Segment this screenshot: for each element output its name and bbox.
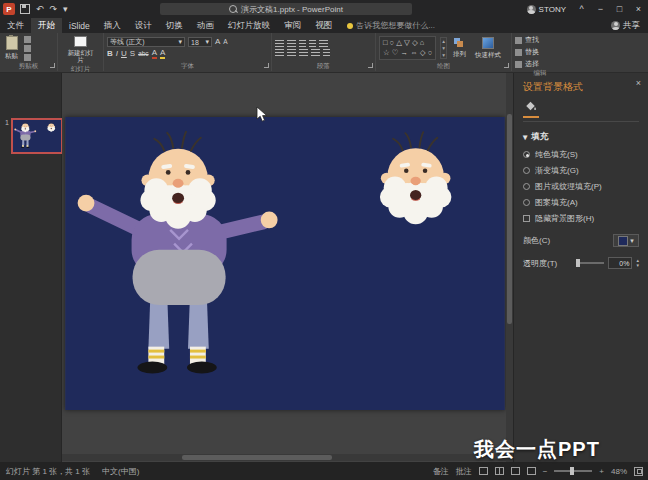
tell-me-box[interactable]: 告诉我您想要做什么... xyxy=(339,18,443,33)
slideshow-view-icon[interactable] xyxy=(527,467,536,475)
quick-styles-button[interactable]: 快速样式 xyxy=(472,36,504,59)
gallery-down-icon[interactable]: ▾ xyxy=(442,45,445,51)
color-picker-button[interactable]: ▾ xyxy=(613,234,639,247)
arrange-button[interactable]: 排列 xyxy=(451,37,468,58)
ribbon-display-options-icon[interactable]: ^ xyxy=(572,0,591,18)
gallery-up-icon[interactable]: ▴ xyxy=(442,38,445,44)
option-hide-background[interactable]: 隐藏背景图形(H) xyxy=(523,213,639,224)
transparency-slider-thumb[interactable] xyxy=(576,259,580,267)
maximize-button[interactable]: □ xyxy=(610,0,629,18)
vertical-scrollbar-thumb[interactable] xyxy=(507,114,512,324)
slide-area[interactable] xyxy=(65,117,505,410)
align-right-icon[interactable] xyxy=(299,49,308,56)
increase-indent-icon[interactable] xyxy=(309,40,316,47)
align-left-icon[interactable] xyxy=(275,49,284,56)
vertical-scrollbar[interactable] xyxy=(506,72,513,462)
cut-icon[interactable] xyxy=(24,36,31,43)
font-dialog-launcher-icon[interactable] xyxy=(264,63,269,68)
select-icon xyxy=(515,61,522,68)
spin-down-icon[interactable]: ▾ xyxy=(636,263,639,268)
fill-tab[interactable] xyxy=(523,100,539,118)
option-gradient-fill[interactable]: 渐变填充(G) xyxy=(523,165,639,176)
notes-toggle[interactable]: 备注 xyxy=(433,466,449,477)
account-chip[interactable]: STONY xyxy=(527,5,566,14)
zoom-in-icon[interactable]: + xyxy=(599,467,604,476)
tab-review[interactable]: 审阅 xyxy=(277,18,308,33)
close-button[interactable]: × xyxy=(629,0,648,18)
body-area: 1 设置背景格式 × xyxy=(0,72,648,462)
columns-icon[interactable] xyxy=(323,49,330,56)
highlight-color-button[interactable]: A xyxy=(160,49,165,59)
tab-home[interactable]: 开始 xyxy=(31,18,62,33)
strikethrough-button[interactable]: abc xyxy=(138,51,148,58)
option-hide-background-label: 隐藏背景图形(H) xyxy=(535,213,594,224)
font-size-select[interactable]: 18 ▾ xyxy=(188,37,212,47)
zoom-level[interactable]: 48% xyxy=(611,467,627,476)
slide-canvas[interactable] xyxy=(65,117,505,410)
grow-font-icon[interactable]: A xyxy=(215,38,220,46)
undo-icon[interactable]: ↶ xyxy=(36,5,44,14)
transparency-value-input[interactable]: 0% xyxy=(608,257,632,269)
old-man-scene[interactable] xyxy=(65,117,505,410)
find-button[interactable]: 查找 xyxy=(515,35,539,45)
replace-button[interactable]: 替换 xyxy=(515,47,539,57)
reading-view-icon[interactable] xyxy=(511,467,520,475)
tab-animations[interactable]: 动画 xyxy=(190,18,221,33)
tab-slideshow[interactable]: 幻灯片放映 xyxy=(221,18,278,33)
decrease-indent-icon[interactable] xyxy=(299,40,306,47)
gallery-more-icon[interactable]: ▾ xyxy=(442,52,445,58)
line-spacing-icon[interactable] xyxy=(319,40,328,47)
option-picture-fill[interactable]: 图片或纹理填充(P) xyxy=(523,181,639,192)
pane-close-icon[interactable]: × xyxy=(636,78,641,88)
shapes-gallery-scroll[interactable]: ▴ ▾ ▾ xyxy=(440,37,447,59)
underline-button[interactable]: U xyxy=(121,50,127,58)
paragraph-dialog-launcher-icon[interactable] xyxy=(368,63,373,68)
tab-file[interactable]: 文件 xyxy=(0,18,31,33)
clipboard-dialog-launcher-icon[interactable] xyxy=(50,63,55,68)
horizontal-scrollbar-thumb[interactable] xyxy=(182,455,332,460)
transparency-spinner[interactable]: ▴ ▾ xyxy=(636,258,639,268)
select-button[interactable]: 选择 xyxy=(515,59,539,69)
font-color-button[interactable]: A xyxy=(152,49,157,59)
fit-to-window-icon[interactable] xyxy=(634,467,643,476)
shapes-gallery[interactable]: □ ○ △ ▽ ◇ ⌂ ☆ ♡ → ⇔ ◇ ○ xyxy=(379,36,436,60)
qat-customize-icon[interactable]: ▾ xyxy=(63,5,68,14)
text-shadow-button[interactable]: S xyxy=(130,50,135,58)
tab-islide[interactable]: iSlide xyxy=(62,18,97,33)
copy-icon[interactable] xyxy=(24,45,31,52)
font-name-select[interactable]: 等线 (正文) ▾ xyxy=(107,37,185,47)
paste-button[interactable]: 粘贴 xyxy=(3,35,20,60)
bold-button[interactable]: B xyxy=(107,50,113,58)
horizontal-scrollbar[interactable] xyxy=(62,454,513,461)
shrink-font-icon[interactable]: A xyxy=(223,39,227,46)
numbering-icon[interactable] xyxy=(287,40,296,47)
tab-transitions[interactable]: 切换 xyxy=(159,18,190,33)
slide-1-thumbnail[interactable] xyxy=(11,118,63,154)
italic-button[interactable]: I xyxy=(116,50,118,58)
slide-sorter-view-icon[interactable] xyxy=(495,467,504,475)
comments-toggle[interactable]: 批注 xyxy=(456,466,472,477)
option-solid-fill[interactable]: 纯色填充(S) xyxy=(523,149,639,160)
option-pattern-fill[interactable]: 图案填充(A) xyxy=(523,197,639,208)
zoom-out-icon[interactable]: − xyxy=(543,467,548,476)
minimize-button[interactable]: − xyxy=(591,0,610,18)
justify-icon[interactable] xyxy=(311,49,320,56)
tab-insert[interactable]: 插入 xyxy=(97,18,128,33)
normal-view-icon[interactable] xyxy=(479,467,488,475)
fill-section-header[interactable]: ▾ 填充 xyxy=(523,131,639,143)
save-icon[interactable] xyxy=(20,4,30,14)
transparency-slider[interactable] xyxy=(576,262,604,264)
language-status[interactable]: 中文(中国) xyxy=(102,466,139,477)
new-slide-button[interactable]: 新建幻灯片 xyxy=(63,35,99,65)
format-painter-icon[interactable] xyxy=(24,54,31,61)
zoom-slider[interactable] xyxy=(554,470,592,472)
editing-group-label: 编辑 xyxy=(534,69,547,78)
drawing-dialog-launcher-icon[interactable] xyxy=(504,63,509,68)
share-button[interactable]: 共享 xyxy=(603,18,648,33)
tab-design[interactable]: 设计 xyxy=(128,18,159,33)
bullets-icon[interactable] xyxy=(275,40,284,47)
redo-icon[interactable]: ↷ xyxy=(50,5,58,14)
align-center-icon[interactable] xyxy=(287,49,296,56)
tab-view[interactable]: 视图 xyxy=(308,18,339,33)
zoom-slider-thumb[interactable] xyxy=(570,467,574,475)
